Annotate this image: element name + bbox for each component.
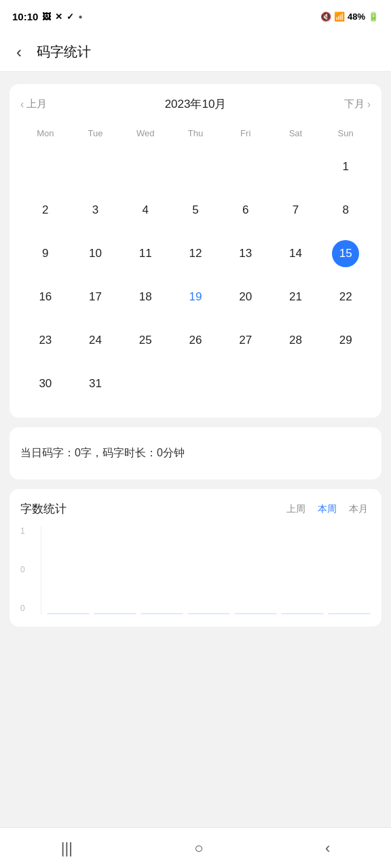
day-number: 15	[332, 240, 359, 267]
calendar-empty-cell	[120, 362, 170, 406]
word-count-tab[interactable]: 本周	[315, 502, 339, 517]
calendar-day[interactable]: 13	[221, 232, 271, 275]
calendar-day[interactable]: 7	[271, 189, 321, 232]
chart-y-label: 0	[20, 604, 25, 613]
x-icon: ✕	[55, 12, 62, 22]
calendar-day[interactable]: 20	[221, 275, 271, 319]
day-number: 22	[332, 283, 359, 311]
chart-bar	[281, 613, 324, 614]
calendar-day[interactable]: 21	[271, 275, 321, 319]
word-count-tab[interactable]: 本月	[346, 502, 371, 517]
day-number: 4	[132, 197, 159, 224]
day-number: 8	[332, 197, 359, 224]
chart-bar	[141, 613, 183, 614]
day-number: 7	[282, 197, 309, 224]
chart-bar	[328, 613, 371, 614]
chart-y-label: 1	[20, 526, 25, 536]
status-right: 🔇 📶 48% 🔋	[320, 12, 379, 22]
calendar-day[interactable]: 27	[221, 319, 271, 362]
day-number: 25	[132, 327, 159, 354]
calendar-day[interactable]: 25	[120, 319, 170, 362]
day-number: 24	[82, 327, 109, 354]
calendar-day[interactable]: 17	[71, 275, 121, 319]
calendar-day[interactable]: 10	[71, 232, 121, 275]
time-label: 10:10	[12, 11, 38, 22]
calendar-day[interactable]: 30	[20, 362, 71, 406]
calendar-day[interactable]: 6	[221, 189, 271, 232]
current-month-title: 2023年10月	[165, 96, 227, 112]
chart-bar	[94, 613, 136, 614]
calendar-day[interactable]: 19	[170, 275, 221, 319]
day-number: 26	[182, 327, 209, 354]
calendar-day[interactable]: 22	[320, 275, 371, 319]
calendar-empty-cell	[320, 362, 371, 406]
calendar-day[interactable]: 11	[120, 232, 170, 275]
nav-recent-apps[interactable]: |||	[45, 834, 89, 863]
day-number: 19	[182, 283, 209, 311]
calendar-day[interactable]: 12	[170, 232, 221, 275]
calendar-day[interactable]: 24	[71, 319, 121, 362]
status-bar: 10:10 🖼 ✕ ✓ ● 🔇 📶 48% 🔋	[0, 0, 391, 33]
calendar-day[interactable]: 9	[20, 232, 71, 275]
weekday-label: Wed	[120, 124, 170, 142]
calendar-day[interactable]: 1	[320, 145, 371, 189]
calendar-day[interactable]: 18	[120, 275, 170, 319]
calendar-empty-cell	[20, 145, 71, 189]
calendar-day[interactable]: 8	[320, 189, 371, 232]
status-time: 10:10 🖼 ✕ ✓ ●	[12, 11, 82, 22]
next-arrow-icon: ›	[367, 98, 371, 111]
day-number: 1	[332, 153, 359, 180]
chart-area: 100	[20, 526, 371, 614]
calendar-header: ‹ 上月 2023年10月 下月 ›	[20, 96, 371, 112]
weekday-label: Fri	[221, 124, 271, 142]
calendar-day[interactable]: 15	[320, 232, 371, 275]
nav-home[interactable]: ○	[178, 834, 219, 863]
page-title: 码字统计	[37, 43, 91, 61]
day-number: 3	[82, 197, 109, 224]
calendar-day[interactable]: 29	[320, 319, 371, 362]
daily-stats-card: 当日码字：0字，码字时长：0分钟	[10, 427, 381, 479]
battery-label: 48%	[348, 12, 365, 22]
main-content: ‹ 上月 2023年10月 下月 › MonTueWedThuFriSatSun…	[0, 72, 391, 827]
calendar-day[interactable]: 2	[20, 189, 71, 232]
day-number: 11	[132, 240, 159, 267]
day-number: 20	[232, 283, 259, 311]
next-month-label: 下月	[344, 98, 365, 111]
word-count-tabs: 上周本周本月	[284, 502, 371, 517]
next-month-button[interactable]: 下月 ›	[344, 98, 371, 111]
daily-stats-text: 当日码字：0字，码字时长：0分钟	[20, 439, 371, 467]
day-number: 18	[132, 283, 159, 311]
calendar-day[interactable]: 5	[170, 189, 221, 232]
calendar-day[interactable]: 28	[271, 319, 321, 362]
prev-month-button[interactable]: ‹ 上月	[20, 98, 47, 111]
calendar-day[interactable]: 4	[120, 189, 170, 232]
calendar-day[interactable]: 23	[20, 319, 71, 362]
calendar-day[interactable]: 31	[71, 362, 121, 406]
calendar-empty-cell	[221, 362, 271, 406]
calendar-empty-cell	[170, 362, 221, 406]
word-count-title: 字数统计	[20, 501, 67, 517]
calendar-empty-cell	[170, 145, 221, 189]
back-button[interactable]: ‹	[11, 40, 27, 64]
word-count-tab[interactable]: 上周	[284, 502, 308, 517]
day-number: 23	[32, 327, 59, 354]
chart-bars	[41, 526, 371, 614]
calendar-day[interactable]: 14	[271, 232, 321, 275]
day-number: 6	[232, 197, 259, 224]
calendar-day[interactable]: 3	[71, 189, 121, 232]
mute-icon: 🔇	[320, 12, 331, 22]
calendar-day[interactable]: 26	[170, 319, 221, 362]
calendar-empty-cell	[271, 145, 321, 189]
calendar-day[interactable]: 16	[20, 275, 71, 319]
chart-bar	[234, 613, 277, 614]
nav-back[interactable]: ‹	[309, 834, 346, 863]
photo-icon: 🖼	[42, 12, 51, 22]
calendar-empty-cell	[271, 362, 321, 406]
day-number: 17	[82, 283, 109, 311]
wifi-icon: 📶	[334, 12, 345, 22]
weekday-label: Tue	[71, 124, 121, 142]
calendar-empty-cell	[221, 145, 271, 189]
chart-y-label: 0	[20, 565, 25, 574]
day-number: 12	[182, 240, 209, 267]
day-number: 9	[32, 240, 59, 267]
